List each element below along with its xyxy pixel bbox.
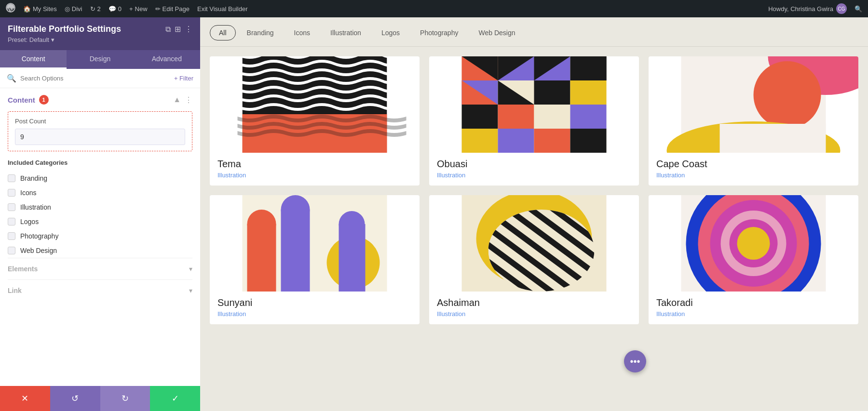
new-menu[interactable]: + New: [129, 5, 148, 13]
refresh-icon: ↻: [90, 5, 95, 13]
portfolio-info-takoradi: Takoradi Illustration: [649, 292, 858, 324]
exit-visual-builder-link[interactable]: Exit Visual Builder: [197, 5, 248, 13]
categories-list: Branding Icons Illustration Logos Photog…: [8, 171, 192, 258]
link-label: Link: [8, 287, 22, 294]
svg-rect-16: [534, 105, 570, 129]
portfolio-thumb-obuasi: [429, 56, 639, 153]
svg-point-30: [754, 61, 821, 129]
portfolio-category-capecoast[interactable]: Illustration: [656, 172, 851, 179]
sidebar-title-row: Filterable Portfolio Settings ⧉ ⊞ ⋮: [8, 24, 192, 34]
post-count-input[interactable]: [15, 129, 185, 145]
link-section: Link ▾: [8, 279, 192, 301]
sidebar-tabs: Content Design Advanced: [0, 50, 200, 69]
category-checkbox-logos[interactable]: [8, 218, 15, 225]
portfolio-info-tema: Tema Illustration: [210, 153, 420, 186]
grid-icon-btn[interactable]: ⊞: [175, 25, 181, 34]
category-item-photography[interactable]: Photography: [8, 229, 192, 243]
search-filter-row: 🔍 + Filter: [0, 69, 200, 88]
category-name-webdesign: Web Design: [20, 247, 57, 254]
portfolio-name-takoradi: Takoradi: [656, 297, 851, 308]
category-checkbox-photography[interactable]: [8, 232, 15, 240]
search-icon: 🔍: [7, 74, 16, 83]
portfolio-card-obuasi[interactable]: Obuasi Illustration: [429, 56, 639, 186]
filter-tab-photography[interactable]: Photography: [411, 25, 467, 40]
category-item-logos[interactable]: Logos: [8, 214, 192, 229]
svg-rect-21: [570, 129, 607, 153]
svg-marker-32: [720, 124, 826, 153]
svg-point-41: [339, 211, 365, 237]
collapse-section-btn[interactable]: ▲: [173, 95, 181, 105]
pencil-icon: ✏: [155, 5, 161, 13]
search-input[interactable]: [20, 75, 170, 82]
save-button[interactable]: ✓: [150, 386, 200, 411]
tab-advanced[interactable]: Advanced: [134, 50, 200, 69]
post-count-box: Post Count: [8, 111, 192, 151]
floating-action-button[interactable]: •••: [624, 350, 646, 372]
filter-tab-all[interactable]: All: [210, 25, 236, 40]
filter-tabs: All Branding Icons Illustration Logos Ph…: [200, 17, 868, 47]
cancel-button[interactable]: ✕: [0, 386, 50, 411]
category-checkbox-icons[interactable]: [8, 189, 15, 197]
filter-tab-branding[interactable]: Branding: [238, 25, 283, 40]
portfolio-card-capecoast[interactable]: Cape Coast Illustration: [649, 56, 858, 186]
category-name-icons: Icons: [20, 189, 36, 197]
user-info: Howdy, Christina Gwira CG: [768, 3, 847, 14]
copy-icon-btn[interactable]: ⧉: [165, 25, 171, 34]
filter-tab-icons[interactable]: Icons: [285, 25, 319, 40]
undo-button[interactable]: ↺: [50, 386, 100, 411]
sidebar-header: Filterable Portfolio Settings ⧉ ⊞ ⋮ Pres…: [0, 17, 200, 50]
category-checkbox-branding[interactable]: [8, 174, 15, 182]
sidebar: Filterable Portfolio Settings ⧉ ⊞ ⋮ Pres…: [0, 17, 200, 411]
preset-row[interactable]: Preset: Default ▾: [8, 36, 192, 43]
search-icon[interactable]: 🔍: [854, 5, 862, 13]
portfolio-card-tema[interactable]: Tema Illustration: [210, 56, 420, 186]
portfolio-info-obuasi: Obuasi Illustration: [429, 153, 639, 186]
link-header[interactable]: Link ▾: [8, 287, 192, 294]
replies-menu[interactable]: 💬 0: [108, 5, 122, 13]
svg-rect-12: [534, 80, 570, 105]
wp-admin-bar: 🏠 My Sites ◎ Divi ↻ 2 💬 0 + New ✏ Edit P…: [0, 0, 868, 17]
plus-icon: +: [129, 5, 133, 13]
category-item-illustration[interactable]: Illustration: [8, 200, 192, 214]
tab-content[interactable]: Content: [0, 50, 67, 69]
filter-tab-illustration[interactable]: Illustration: [321, 25, 370, 40]
category-name-branding: Branding: [20, 174, 47, 182]
my-sites-icon: 🏠: [23, 5, 31, 13]
portfolio-card-ashaiman[interactable]: Ashaiman Illustration: [429, 195, 639, 324]
filter-button[interactable]: + Filter: [174, 75, 193, 82]
wp-logo-icon[interactable]: [6, 3, 15, 15]
section-badge: 1: [39, 95, 49, 105]
portfolio-thumb-capecoast: [649, 56, 858, 153]
speech-bubble-icon: 💬: [108, 5, 116, 13]
portfolio-category-sunyani[interactable]: Illustration: [217, 310, 412, 318]
portfolio-category-obuasi[interactable]: Illustration: [437, 172, 631, 179]
category-item-branding[interactable]: Branding: [8, 171, 192, 186]
tab-design[interactable]: Design: [67, 50, 133, 69]
comments-menu[interactable]: ↻ 2: [90, 5, 101, 13]
portfolio-category-tema[interactable]: Illustration: [217, 172, 412, 179]
elements-section: Elements ▾: [8, 258, 192, 279]
svg-point-35: [247, 210, 276, 239]
portfolio-category-ashaiman[interactable]: Illustration: [437, 310, 631, 318]
category-checkbox-webdesign[interactable]: [8, 247, 15, 254]
redo-button[interactable]: ↻: [100, 386, 150, 411]
svg-rect-15: [498, 105, 534, 129]
category-name-photography: Photography: [20, 232, 58, 240]
category-item-icons[interactable]: Icons: [8, 186, 192, 200]
edit-page-link[interactable]: ✏ Edit Page: [155, 5, 190, 13]
my-sites-menu[interactable]: 🏠 My Sites: [23, 5, 57, 13]
category-name-logos: Logos: [20, 218, 39, 225]
portfolio-card-sunyani[interactable]: Sunyani Illustration: [210, 195, 420, 324]
filter-tab-webdesign[interactable]: Web Design: [469, 25, 524, 40]
portfolio-grid: Tema Illustration: [200, 47, 868, 411]
more-section-btn[interactable]: ⋮: [185, 95, 192, 105]
portfolio-card-takoradi[interactable]: Takoradi Illustration: [649, 195, 858, 324]
portfolio-category-takoradi[interactable]: Illustration: [656, 310, 851, 318]
category-checkbox-illustration[interactable]: [8, 203, 15, 211]
divi-menu[interactable]: ◎ Divi: [65, 5, 82, 13]
category-item-webdesign[interactable]: Web Design: [8, 243, 192, 258]
filter-tab-logos[interactable]: Logos: [372, 25, 409, 40]
more-options-btn[interactable]: ⋮: [185, 25, 192, 34]
portfolio-thumb-sunyani: [210, 195, 420, 292]
elements-header[interactable]: Elements ▾: [8, 265, 192, 273]
